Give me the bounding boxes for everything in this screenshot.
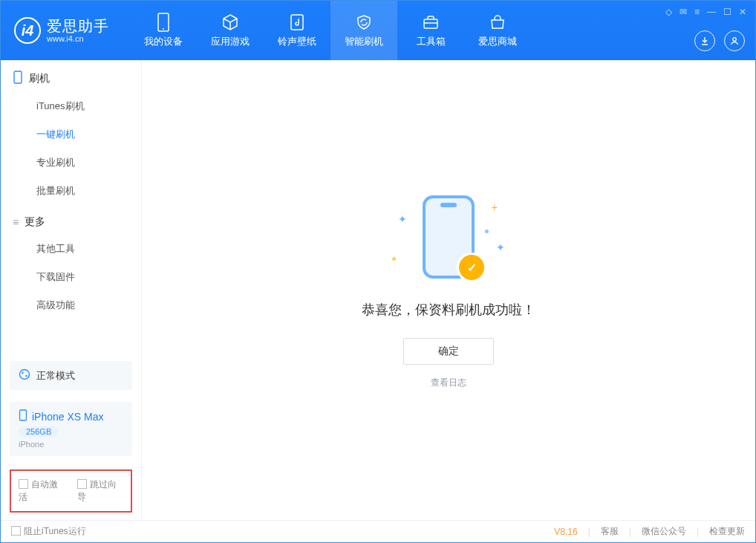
tab-label: 智能刷机: [345, 35, 383, 48]
svg-rect-5: [14, 71, 22, 83]
logo-icon: i4: [14, 17, 41, 44]
dot-icon: [485, 230, 489, 233]
version-label: V8.16: [554, 527, 577, 537]
close-button[interactable]: ✕: [739, 7, 746, 17]
list-icon: ≡: [13, 216, 19, 228]
ok-button[interactable]: 确定: [403, 338, 494, 365]
mode-icon: [19, 368, 30, 383]
sparkle-icon: +: [492, 201, 498, 213]
svg-point-6: [20, 370, 30, 380]
sidebar-section-more: ≡ 更多: [1, 205, 141, 235]
checkbox-auto-activate[interactable]: 自动激活: [19, 478, 65, 504]
checkbox-skip-guide[interactable]: 跳过向导: [77, 478, 124, 504]
success-illustration: ✦ + ✦ ✓: [389, 191, 508, 287]
tab-my-device[interactable]: 我的设备: [130, 1, 197, 60]
tab-label: 爱思商城: [478, 35, 517, 48]
svg-point-7: [22, 372, 23, 374]
app-window: i4 爱思助手 www.i4.cn 我的设备 应用游戏 铃声壁纸 智能刷机: [0, 0, 756, 543]
footer-link-check-update[interactable]: 检查更新: [709, 525, 745, 538]
checkmark-badge-icon: ✓: [459, 255, 484, 280]
body: 刷机 iTunes刷机 一键刷机 专业刷机 批量刷机 ≡ 更多 其他工具 下载固…: [1, 60, 755, 520]
footer-link-wechat[interactable]: 微信公众号: [642, 525, 686, 538]
svg-rect-3: [424, 19, 437, 28]
music-note-icon: [287, 13, 307, 32]
maximize-button[interactable]: ☐: [723, 7, 731, 17]
checkbox-block-itunes[interactable]: 阻止iTunes运行: [11, 525, 86, 538]
main-content: ✦ + ✦ ✓ 恭喜您，保资料刷机成功啦！ 确定 查看日志: [142, 60, 755, 520]
sidebar-item-advanced[interactable]: 高级功能: [1, 291, 141, 319]
device-panel[interactable]: iPhone XS Max 256GB iPhone: [10, 402, 132, 456]
tab-ringtones-wallpapers[interactable]: 铃声壁纸: [264, 1, 330, 60]
sidebar-item-itunes-flash[interactable]: iTunes刷机: [1, 92, 141, 120]
tab-label: 工具箱: [417, 35, 446, 48]
section-title-label: 更多: [25, 215, 45, 229]
tab-store[interactable]: 爱思商城: [464, 1, 531, 60]
store-icon: [488, 13, 507, 32]
device-phone-icon: [19, 409, 27, 423]
footer: 阻止iTunes运行 V8.16 | 客服 | 微信公众号 | 检查更新: [1, 520, 755, 542]
svg-point-4: [733, 38, 737, 42]
app-title: 爱思助手: [47, 18, 109, 34]
phone-icon: [13, 71, 23, 86]
logo[interactable]: i4 爱思助手 www.i4.cn: [1, 17, 123, 44]
toolbox-icon: [421, 13, 440, 32]
device-icon: [154, 13, 173, 32]
tab-label: 我的设备: [144, 35, 183, 48]
account-button[interactable]: [724, 30, 745, 51]
section-title-label: 刷机: [29, 72, 50, 85]
dot-icon: [392, 257, 396, 261]
svg-rect-9: [20, 410, 27, 420]
sidebar: 刷机 iTunes刷机 一键刷机 专业刷机 批量刷机 ≡ 更多 其他工具 下载固…: [1, 60, 142, 520]
tab-toolbox[interactable]: 工具箱: [397, 1, 464, 60]
device-name-label: iPhone XS Max: [32, 411, 104, 423]
highlighted-options-box: 自动激活 跳过向导: [10, 469, 132, 513]
header-actions: [694, 30, 745, 51]
sidebar-item-download-firmware[interactable]: 下载固件: [1, 263, 141, 291]
cube-icon: [221, 13, 240, 32]
tab-apps-games[interactable]: 应用游戏: [197, 1, 264, 60]
svg-point-1: [163, 28, 164, 30]
mode-label: 正常模式: [36, 369, 75, 383]
minimize-button[interactable]: —: [707, 7, 716, 17]
download-button[interactable]: [694, 30, 715, 51]
window-controls: ◇ ✉ ≡ — ☐ ✕: [665, 7, 746, 17]
sidebar-item-batch-flash[interactable]: 批量刷机: [1, 177, 141, 205]
app-subtitle: www.i4.cn: [47, 34, 109, 43]
success-message: 恭喜您，保资料刷机成功啦！: [362, 301, 535, 319]
feedback-icon[interactable]: ✉: [680, 7, 687, 17]
refresh-shield-icon: [354, 13, 374, 32]
sparkle-icon: ✦: [496, 241, 505, 253]
tab-smart-flash[interactable]: 智能刷机: [330, 1, 397, 60]
menu-icon[interactable]: ≡: [694, 7, 700, 17]
device-type-label: iPhone: [19, 440, 44, 449]
tab-label: 铃声壁纸: [278, 35, 316, 48]
nav-tabs: 我的设备 应用游戏 铃声壁纸 智能刷机 工具箱 爱思商城: [130, 1, 531, 60]
svg-point-8: [25, 375, 27, 377]
view-log-link[interactable]: 查看日志: [431, 377, 466, 389]
sidebar-item-pro-flash[interactable]: 专业刷机: [1, 149, 141, 177]
skin-icon[interactable]: ◇: [665, 7, 672, 17]
tab-label: 应用游戏: [211, 35, 250, 48]
sidebar-item-oneclick-flash[interactable]: 一键刷机: [1, 120, 141, 149]
device-storage-badge: 256GB: [19, 426, 59, 437]
mode-panel[interactable]: 正常模式: [10, 361, 132, 390]
header: i4 爱思助手 www.i4.cn 我的设备 应用游戏 铃声壁纸 智能刷机: [1, 1, 755, 60]
footer-link-support[interactable]: 客服: [601, 525, 619, 538]
sparkle-icon: ✦: [398, 213, 407, 225]
sidebar-item-other-tools[interactable]: 其他工具: [1, 235, 141, 263]
sidebar-section-flash: 刷机: [1, 60, 141, 92]
